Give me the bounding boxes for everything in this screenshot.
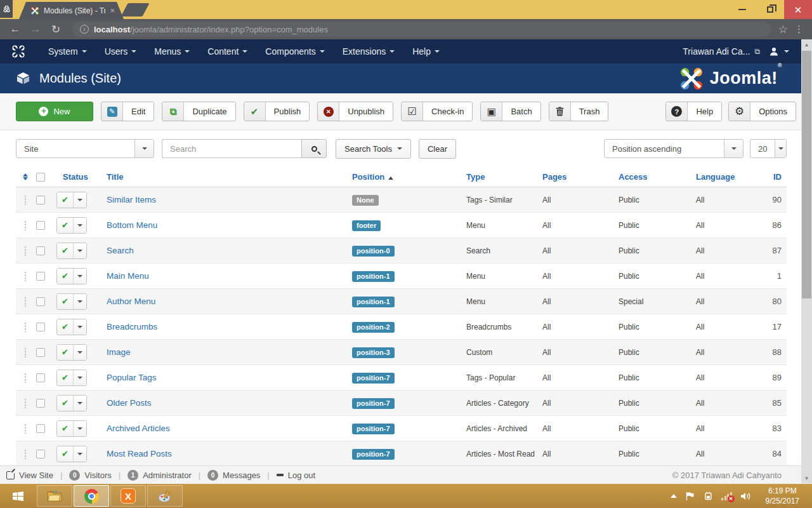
header-position[interactable]: Position	[352, 172, 466, 182]
search-input[interactable]	[162, 139, 301, 158]
header-pages[interactable]: Pages	[542, 172, 619, 182]
row-checkbox[interactable]	[36, 323, 45, 331]
row-checkbox[interactable]	[36, 348, 45, 357]
nav-item-content[interactable]: Content	[199, 39, 256, 64]
edit-button[interactable]: ✎Edit	[101, 102, 154, 121]
taskbar-chrome-button[interactable]	[74, 485, 109, 507]
speaker-icon[interactable]	[740, 491, 751, 501]
messages-status-item[interactable]: 0Messages	[207, 470, 260, 481]
reload-icon[interactable]: ↻	[47, 21, 65, 37]
unpublish-button[interactable]: ✕Unpublish	[317, 102, 393, 121]
sort-select[interactable]: Position ascending	[604, 139, 743, 158]
row-checkbox[interactable]	[36, 196, 45, 204]
network-icon[interactable]: ✕	[721, 492, 732, 500]
forward-icon[interactable]: →	[27, 21, 44, 37]
row-checkbox[interactable]	[36, 246, 45, 255]
drag-handle[interactable]	[24, 347, 27, 358]
taskbar-paint-button[interactable]	[147, 485, 183, 507]
module-title-link[interactable]: Main Menu	[98, 271, 352, 281]
status-button[interactable]: ✔	[56, 319, 87, 335]
search-tools-button[interactable]: Search Tools	[336, 139, 411, 159]
trash-button[interactable]: Trash	[549, 102, 609, 121]
status-button[interactable]: ✔	[56, 370, 87, 386]
publish-button[interactable]: ✔Publish	[244, 102, 310, 121]
action-center-flag-icon[interactable]	[685, 491, 695, 501]
user-menu[interactable]	[769, 46, 789, 57]
site-filter-select[interactable]: Site	[16, 139, 154, 158]
options-button[interactable]: ⚙Options	[728, 102, 796, 121]
tab-close-icon[interactable]: ×	[110, 6, 115, 15]
browser-menu-icon[interactable]: ⋮	[793, 23, 806, 35]
nav-item-menus[interactable]: Menus	[145, 39, 199, 64]
scrollbar-up-icon[interactable]: ▲	[801, 39, 812, 50]
row-checkbox[interactable]	[36, 297, 45, 306]
taskbar-clock[interactable]: 6:19 PM 9/25/2017	[759, 486, 806, 506]
check-in-button[interactable]: ☑Check-in	[401, 102, 473, 121]
tray-expand-icon[interactable]	[671, 494, 677, 498]
status-button[interactable]: ✔	[56, 395, 87, 411]
nav-item-system[interactable]: System	[39, 39, 96, 64]
start-button[interactable]	[1, 485, 36, 507]
row-checkbox[interactable]	[36, 424, 45, 433]
scrollbar-thumb[interactable]	[802, 51, 811, 298]
header-language[interactable]: Language	[696, 172, 759, 182]
module-title-link[interactable]: Most Read Posts	[98, 449, 352, 458]
logout-link[interactable]: Log out	[277, 471, 315, 480]
row-checkbox[interactable]	[36, 272, 45, 281]
status-button[interactable]: ✔	[56, 217, 87, 234]
status-button[interactable]: ✔	[56, 344, 87, 361]
nav-item-help[interactable]: Help	[403, 39, 449, 64]
module-title-link[interactable]: Popular Tags	[98, 373, 352, 382]
new-tab-button[interactable]	[121, 3, 149, 17]
drag-handle[interactable]	[24, 297, 27, 307]
module-title-link[interactable]: Image	[98, 347, 352, 357]
clear-button[interactable]: Clear	[419, 139, 456, 159]
new-button[interactable]: + New	[16, 102, 93, 121]
header-id[interactable]: ID	[759, 172, 787, 182]
select-all-checkbox[interactable]	[36, 173, 45, 182]
module-title-link[interactable]: Breadcrumbs	[98, 322, 352, 331]
header-type[interactable]: Type	[466, 172, 542, 182]
header-status[interactable]: Status	[56, 172, 98, 182]
drag-handle[interactable]	[24, 220, 27, 231]
ordering-sort-icon[interactable]	[16, 173, 35, 180]
status-button[interactable]: ✔	[56, 420, 87, 437]
drag-handle[interactable]	[24, 373, 27, 383]
status-button[interactable]: ✔	[56, 192, 87, 208]
status-button[interactable]: ✔	[56, 293, 87, 310]
page-info-icon[interactable]: i	[80, 25, 89, 34]
nav-item-users[interactable]: Users	[96, 39, 146, 64]
drag-handle[interactable]	[24, 195, 27, 205]
browser-tab[interactable]: Modules (Site) - Triawan ×	[19, 2, 124, 19]
scrollbar[interactable]: ▲ ▼	[801, 39, 812, 483]
view-site-link[interactable]: View Site	[6, 471, 53, 480]
duplicate-button[interactable]: ⧉Duplicate	[162, 102, 235, 121]
drag-handle[interactable]	[24, 424, 27, 434]
drag-handle[interactable]	[24, 398, 27, 408]
logged-user-link[interactable]: Triawan Adi Ca... ⧉	[683, 46, 760, 57]
module-title-link[interactable]: Older Posts	[98, 398, 352, 408]
status-button[interactable]: ✔	[56, 268, 87, 284]
help-button[interactable]: ?Help	[665, 102, 722, 121]
row-checkbox[interactable]	[36, 399, 45, 408]
row-checkbox[interactable]	[36, 373, 45, 382]
window-minimize-button[interactable]	[728, 0, 756, 19]
module-title-link[interactable]: Similar Items	[98, 195, 352, 204]
module-title-link[interactable]: Bottom Menu	[98, 220, 352, 230]
status-button[interactable]: ✔	[56, 243, 87, 259]
url-field[interactable]: i localhost/joomla/administrator/index.p…	[72, 22, 771, 37]
scrollbar-down-icon[interactable]: ▼	[801, 473, 812, 483]
back-icon[interactable]: ←	[6, 21, 24, 37]
row-checkbox[interactable]	[36, 450, 45, 458]
drag-handle[interactable]	[24, 271, 27, 281]
drag-handle[interactable]	[24, 322, 27, 332]
administrator-status-item[interactable]: 1Administrator	[128, 470, 192, 481]
nav-item-components[interactable]: Components	[256, 39, 333, 64]
drag-handle[interactable]	[24, 449, 27, 459]
module-title-link[interactable]: Search	[98, 246, 352, 255]
status-button[interactable]: ✔	[56, 446, 87, 462]
battery-icon[interactable]	[703, 491, 713, 500]
search-button[interactable]	[301, 139, 327, 158]
window-restore-button[interactable]	[756, 0, 784, 19]
taskbar-xampp-button[interactable]: X	[110, 485, 146, 507]
